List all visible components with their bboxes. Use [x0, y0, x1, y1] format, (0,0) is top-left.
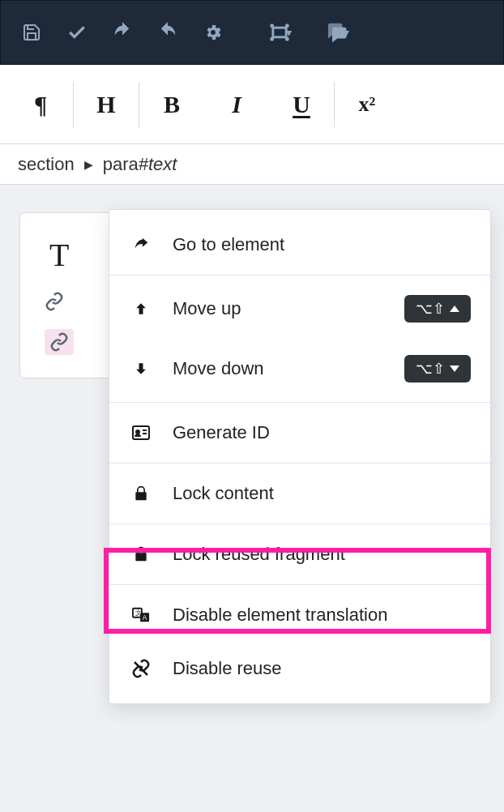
italic-button[interactable]: I: [204, 80, 269, 129]
menu-separator: [109, 524, 490, 524]
menu-disable-reuse[interactable]: Disable reuse: [109, 642, 490, 695]
shortcut-text: ⌥⇧: [416, 300, 445, 318]
breadcrumb-para[interactable]: para#text: [103, 154, 177, 175]
chevron-down-icon: ▾: [344, 26, 349, 39]
menu-label: Move up: [173, 298, 385, 319]
underline-letter: U: [293, 91, 310, 118]
broken-link-icon: [129, 659, 153, 678]
format-toolbar: ¶ H B I U x²: [0, 65, 504, 144]
triangle-down-icon: [450, 365, 459, 372]
menu-label: Lock content: [173, 483, 471, 504]
context-menu: Go to element Move up ⌥⇧ Move down ⌥⇧: [109, 209, 491, 704]
menu-label: Lock reused fragment: [173, 544, 471, 565]
menu-generate-id[interactable]: Generate ID: [109, 406, 490, 459]
menu-label: Disable element translation: [173, 605, 471, 626]
link-icon-wrap: [45, 292, 64, 311]
menu-lock-content[interactable]: Lock content: [109, 467, 490, 520]
paragraph-button[interactable]: ¶: [8, 80, 73, 129]
arrow-down-icon: [129, 361, 153, 377]
shortcut-text: ⌥⇧: [416, 360, 445, 378]
menu-label: Go to element: [173, 234, 471, 255]
menu-separator: [109, 402, 490, 403]
triangle-up-icon: [450, 306, 459, 312]
menu-separator: [109, 275, 490, 276]
keyboard-shortcut: ⌥⇧: [404, 355, 471, 382]
heading-button[interactable]: H: [74, 80, 139, 129]
menu-separator: [109, 584, 490, 585]
share-arrow-icon: [129, 236, 153, 254]
keyboard-shortcut: ⌥⇧: [404, 295, 471, 323]
redo-icon: [156, 21, 179, 44]
lock-icon: [129, 485, 153, 502]
menu-go-to-element[interactable]: Go to element: [109, 218, 490, 271]
superscript-button[interactable]: x²: [335, 80, 399, 129]
fullscreen-dropdown[interactable]: ▾: [268, 10, 292, 55]
svg-point-10: [136, 430, 139, 434]
save-button[interactable]: [9, 10, 54, 55]
redo-button[interactable]: [145, 10, 190, 55]
breadcrumb-para-base: para: [103, 154, 139, 174]
comments-dropdown[interactable]: ▾: [324, 10, 349, 55]
check-icon: [66, 22, 88, 43]
reused-fragment-row[interactable]: [45, 292, 116, 311]
gear-icon: [203, 23, 223, 42]
link-icon: [49, 332, 69, 352]
id-card-icon: [129, 425, 153, 441]
chevron-down-icon: ▾: [286, 26, 292, 39]
svg-rect-0: [273, 28, 286, 37]
menu-label: Move down: [173, 358, 385, 379]
title-fragment: T: [45, 236, 116, 274]
top-toolbar: ▾ ▾: [0, 0, 504, 65]
save-icon: [22, 23, 41, 42]
validate-button[interactable]: [54, 10, 100, 55]
undo-button[interactable]: [100, 10, 145, 55]
link-icon-wrap: [45, 329, 74, 355]
reused-fragment-row-selected[interactable]: [45, 329, 116, 355]
underline-button[interactable]: U: [269, 80, 334, 129]
breadcrumb: section ▶ para#text: [0, 144, 504, 185]
menu-move-up[interactable]: Move up ⌥⇧: [109, 279, 490, 339]
bold-button[interactable]: B: [139, 80, 204, 129]
menu-move-down[interactable]: Move down ⌥⇧: [109, 339, 490, 399]
menu-label: Generate ID: [173, 422, 471, 443]
menu-label: Disable reuse: [173, 658, 471, 679]
link-icon: [45, 292, 64, 311]
translation-icon: 文 A: [129, 606, 153, 624]
arrow-up-icon: [129, 301, 153, 317]
svg-text:A: A: [143, 614, 147, 622]
breadcrumb-para-suffix: #text: [139, 154, 177, 174]
menu-lock-reused-fragment[interactable]: Lock reused fragment: [109, 528, 490, 581]
lock-icon: [129, 545, 153, 563]
menu-separator: [109, 463, 490, 464]
menu-disable-translation[interactable]: 文 A Disable element translation: [109, 588, 490, 642]
breadcrumb-separator: ▶: [84, 158, 93, 171]
settings-button[interactable]: [190, 10, 236, 55]
undo-icon: [111, 21, 134, 44]
breadcrumb-section[interactable]: section: [18, 154, 75, 175]
